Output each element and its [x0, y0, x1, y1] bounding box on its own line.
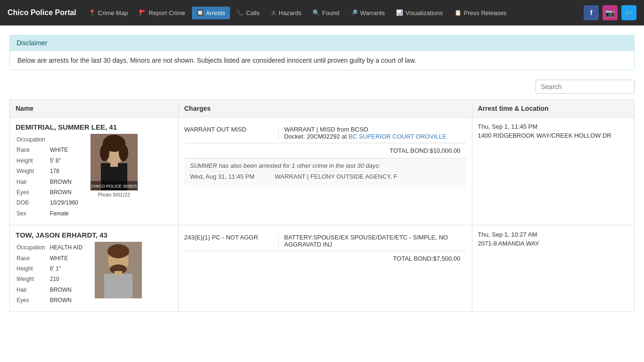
person-details-2: OccupationHEALTH AID RaceWHITE Height6' … — [16, 242, 173, 306]
charge-code-1: WARRANT OUT MISD — [184, 126, 279, 140]
nav-item-visualizations[interactable]: 📊 Visualizations — [391, 7, 447, 19]
person-photo-box-1: CHICO POLICE 303825 Photo 9/01/22 — [91, 134, 138, 197]
navbar: Chico Police Portal 📍 Crime Map 🚩 Report… — [0, 0, 644, 25]
instagram-link[interactable]: 📷 — [603, 5, 618, 20]
charges-cell-1: WARRANT OUT MISD WARRANT | MISD from BCS… — [178, 117, 472, 225]
svg-point-4 — [119, 144, 128, 161]
person-photo-label-1: Photo 9/01/22 — [91, 192, 138, 197]
arrests-icon: 🔲 — [197, 9, 204, 16]
svg-point-3 — [100, 144, 109, 161]
search-input[interactable] — [536, 80, 635, 94]
nav-item-arrests[interactable]: 🔲 Arrests — [192, 7, 230, 19]
arrest-location-1: 1400 RIDGEBROOK WAY/CREEK HOLLOW DR — [478, 132, 629, 139]
nav-item-crime-map[interactable]: 📍 Crime Map — [84, 7, 133, 19]
svg-rect-6 — [110, 162, 118, 167]
also-arrested-1: SUMMER has also been arrested for 1 othe… — [184, 158, 466, 185]
charge-code-2: 243(E)(1) PC - NOT AGGR — [184, 234, 279, 248]
person-name-1: DEMITRIAL, SUMMER LEE, 41 — [16, 123, 173, 131]
table-row: TOW, JASON ERHARDT, 43 OccupationHEALTH … — [10, 225, 635, 312]
warrants-icon: 🔎 — [351, 9, 358, 16]
arrest-time-1: Thu, Sep 1, 11:45 PM — [478, 123, 629, 130]
person-photo-1: CHICO POLICE 303825 — [91, 134, 138, 190]
also-row-1: Wed, Aug 31, 11:45 PM WARRANT | FELONY O… — [190, 171, 461, 181]
person-photo-2 — [95, 242, 142, 298]
found-icon: 🔍 — [313, 9, 320, 16]
site-brand: Chico Police Portal — [8, 8, 76, 17]
person-info-table-1: Occupation RaceWHITE Height5' 6" Weight1… — [16, 134, 85, 219]
col-header-name: Name — [10, 100, 179, 117]
col-header-location: Arrest time & Location — [472, 100, 635, 117]
charge-desc-1: WARRANT | MISD from BCSO Docket: 20CM022… — [279, 126, 446, 140]
report-crime-icon: 🚩 — [139, 9, 146, 16]
total-bond-1: TOTAL BOND:$10,000.00 — [184, 143, 466, 156]
location-cell-2: Thu, Sep 1, 10:27 AM 2071-8 AMANDA WAY — [472, 225, 635, 312]
social-links: f 📷 🐦 — [584, 5, 636, 20]
charges-cell-2: 243(E)(1) PC - NOT AGGR BATTERY:SPOUSE/E… — [178, 225, 472, 312]
calls-icon: 📞 — [237, 9, 244, 16]
nav-item-found[interactable]: 🔍 Found — [308, 7, 344, 19]
visualizations-icon: 📊 — [396, 9, 403, 16]
table-row: DEMITRIAL, SUMMER LEE, 41 Occupation Rac… — [10, 117, 635, 225]
svg-text:CHICO POLICE 303825: CHICO POLICE 303825 — [91, 184, 137, 189]
nav-item-report-crime[interactable]: 🚩 Report Crime — [134, 7, 190, 19]
table-header-row: Name Charges Arrest time & Location — [10, 100, 635, 117]
nav-item-calls[interactable]: 📞 Calls — [232, 7, 264, 19]
main-content: Disclaimer Below are arrests for the las… — [0, 25, 644, 321]
charge-row-1: WARRANT OUT MISD WARRANT | MISD from BCS… — [184, 123, 466, 143]
person-name-2: TOW, JASON ERHARDT, 43 — [16, 231, 173, 239]
col-header-charges: Charges — [178, 100, 472, 117]
press-releases-icon: 📋 — [454, 9, 462, 16]
crime-map-icon: 📍 — [89, 9, 96, 16]
location-cell-1: Thu, Sep 1, 11:45 PM 1400 RIDGEBROOK WAY… — [472, 117, 635, 225]
disclaimer-title[interactable]: Disclaimer — [10, 35, 634, 51]
svg-rect-14 — [115, 271, 122, 276]
person-info-table-2: OccupationHEALTH AID RaceWHITE Height6' … — [16, 242, 89, 306]
search-row — [9, 80, 635, 94]
twitter-link[interactable]: 🐦 — [621, 5, 636, 20]
charge-row-2: 243(E)(1) PC - NOT AGGR BATTERY:SPOUSE/E… — [184, 231, 466, 251]
nav-item-warrants[interactable]: 🔎 Warrants — [346, 7, 389, 19]
hazards-icon: ⚠ — [271, 9, 276, 16]
person-photo-box-2 — [95, 242, 142, 300]
arrest-time-2: Thu, Sep 1, 10:27 AM — [478, 231, 629, 238]
person-cell-2: TOW, JASON ERHARDT, 43 OccupationHEALTH … — [10, 225, 179, 312]
svg-rect-13 — [104, 274, 132, 298]
arrest-location-2: 2071-8 AMANDA WAY — [478, 240, 629, 247]
nav-item-press-releases[interactable]: 📋 Press Releases — [450, 7, 512, 19]
person-details-1: Occupation RaceWHITE Height5' 6" Weight1… — [16, 134, 173, 219]
charge-desc-2: BATTERY:SPOUSE/EX SPOUSE/DATE/ETC - SIMP… — [279, 234, 466, 248]
svg-point-11 — [107, 244, 129, 258]
total-bond-2: TOTAL BOND:$7,500.00 — [184, 251, 466, 264]
person-cell-1: DEMITRIAL, SUMMER LEE, 41 Occupation Rac… — [10, 117, 179, 225]
arrests-table: Name Charges Arrest time & Location DEMI… — [9, 99, 635, 312]
nav-item-hazards[interactable]: ⚠ Hazards — [266, 7, 306, 19]
docket-link-1[interactable]: BC SUPERIOR COURT OROVILLE — [348, 133, 446, 140]
disclaimer-box: Disclaimer Below are arrests for the las… — [9, 35, 635, 70]
disclaimer-body: Below are arrests for the last 30 days. … — [10, 51, 634, 70]
facebook-link[interactable]: f — [584, 5, 599, 20]
